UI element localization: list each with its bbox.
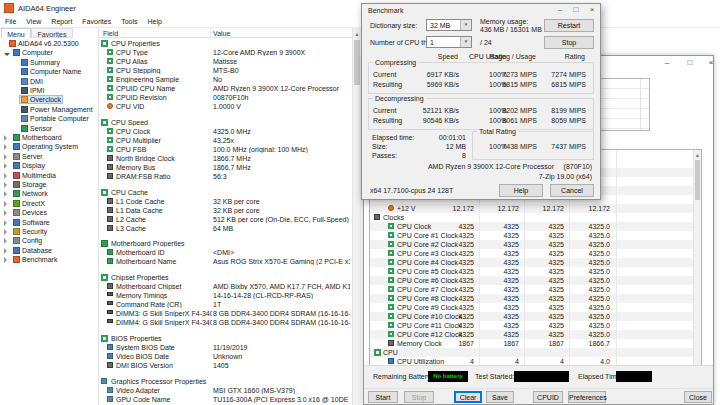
field-row[interactable]: CPU VID1.0000 V	[100, 102, 352, 111]
field-row[interactable]: Video BIOS DateUnknown	[100, 352, 352, 361]
menu-tools[interactable]: Tools	[116, 16, 142, 27]
field-row[interactable]: CPU Type12-Core AMD Ryzen 9 3900X	[100, 48, 352, 57]
preferences-button[interactable]: Preferences	[568, 391, 606, 403]
stability-minimize-icon[interactable]: –	[660, 58, 674, 69]
field-section-row[interactable]: CPU Properties	[100, 39, 352, 48]
menu-file[interactable]: File	[0, 16, 21, 27]
field-row[interactable]: DMI BIOS Version1405	[100, 361, 352, 370]
sensor-scroll-thumb[interactable]	[695, 160, 700, 200]
field-row[interactable]: Command Rate (CR)1T	[100, 300, 352, 309]
chevron-down-icon[interactable]: ▼	[460, 20, 471, 30]
start-button[interactable]: Start	[368, 391, 398, 403]
field-row[interactable]: GPU Code NameTU116-300A (PCI Express 3.0…	[100, 395, 352, 404]
chevron-down-icon[interactable]: ▼	[460, 37, 471, 47]
scroll-thumb[interactable]	[354, 40, 360, 85]
restart-button[interactable]: Restart	[544, 19, 594, 32]
chevron-right-icon[interactable]	[4, 163, 7, 170]
field-row[interactable]: North Bridge Clock1866.7 MHz	[100, 154, 352, 163]
cpuid-button[interactable]: CPUID	[533, 391, 563, 403]
field-row[interactable]: CPUID CPU NameAMD Ryzen 9 3900X 12-Core …	[100, 84, 352, 93]
column-value[interactable]: Value	[213, 30, 230, 37]
chevron-right-icon[interactable]	[4, 135, 7, 142]
sensor-row[interactable]: CPU Core #5 Clock4325432543254325.0	[370, 267, 694, 276]
close-button[interactable]: Close	[684, 391, 712, 403]
field-row[interactable]: Memory Timings14-16-14-28 (CL-RCD-RP-RAS…	[100, 291, 352, 300]
field-row[interactable]: Engineering SampleNo	[100, 75, 352, 84]
clear-button[interactable]: Clear	[454, 391, 482, 403]
field-row[interactable]: DIMM3: G Skill SniperX F4-3400C16-8GSXW8…	[100, 309, 352, 318]
field-row[interactable]: L2 Cache512 KB per core (On-Die, ECC, Fu…	[100, 215, 352, 224]
field-row[interactable]: CPUID Revision00870F10h	[100, 93, 352, 102]
chevron-right-icon[interactable]	[4, 191, 7, 198]
field-row[interactable]: CPU AliasMatisse	[100, 57, 352, 66]
sensor-row[interactable]: CPU Core #10 Clock4325432543254325.0	[370, 312, 694, 321]
field-row[interactable]: CPU Clock4325.0 MHz	[100, 127, 352, 136]
sensor-row[interactable]: CPU Core #8 Clock4325432543254325.0	[370, 294, 694, 303]
sensor-row[interactable]: CPU Core #1 Clock4325432543254325.0	[370, 231, 694, 240]
stability-close-icon[interactable]: ×	[704, 58, 718, 69]
field-section-row[interactable]: CPU Speed	[100, 118, 352, 127]
field-row[interactable]: Motherboard ChipsetAMD Bixby X570, AMD K…	[100, 282, 352, 291]
chevron-right-icon[interactable]	[4, 154, 7, 161]
chevron-right-icon[interactable]	[4, 144, 7, 151]
sensor-row[interactable]: Memory Clock1867186718671866.7	[370, 339, 694, 348]
menu-view[interactable]: View	[21, 16, 46, 27]
chevron-right-icon[interactable]	[4, 257, 7, 264]
dialog-minimize-icon[interactable]: –	[552, 4, 568, 17]
chevron-right-icon[interactable]	[4, 173, 7, 180]
menu-report[interactable]: Report	[46, 16, 77, 27]
field-row[interactable]: Memory Bus1866.7 MHz	[100, 163, 352, 172]
cpu-threads-select[interactable]: 1▼	[426, 36, 472, 48]
main-scrollbar[interactable]: ▲	[352, 28, 361, 405]
field-row[interactable]: CPU FSB100.0 MHz (original: 100 MHz)	[100, 145, 352, 154]
column-field[interactable]: Field	[103, 30, 118, 37]
chevron-right-icon[interactable]	[4, 201, 7, 208]
sensor-row[interactable]: CPU Core #11 Clock4325432543254325.0	[370, 321, 694, 330]
sensor-row[interactable]: CPU Core #12 Clock4325432543254325.0	[370, 330, 694, 339]
chevron-right-icon[interactable]	[4, 220, 7, 227]
sensor-row[interactable]: CPU Core #2 Clock4325432543254325.0	[370, 240, 694, 249]
dictionary-size-select[interactable]: 32 MB▼	[426, 19, 472, 31]
field-row[interactable]: L3 Cache64 MB	[100, 224, 352, 233]
dialog-close-icon[interactable]: ×	[584, 4, 600, 17]
dialog-maximize-icon[interactable]: □	[568, 4, 584, 17]
sidebar-item-benchmark[interactable]: Benchmark	[0, 255, 99, 265]
chevron-right-icon[interactable]	[4, 182, 7, 189]
sensor-row[interactable]: CPU Core #9 Clock4325432543254325.0	[370, 303, 694, 312]
field-row[interactable]: DIMM4: G Skill SniperX F4-3400C16-8GSXW8…	[100, 318, 352, 327]
field-row[interactable]: L1 Code Cache32 KB per core	[100, 197, 352, 206]
field-section-row[interactable]: BIOS Properties	[100, 334, 352, 343]
sensor-row[interactable]: CPU Core #4 Clock4325432543254325.0	[370, 258, 694, 267]
field-row[interactable]: Video AdapterMSI GTX 1660 (MS-V379)	[100, 386, 352, 395]
save-button[interactable]: Save	[486, 391, 514, 403]
tab-favorites[interactable]: Favorites	[31, 28, 73, 38]
tab-menu[interactable]: Menu	[1, 28, 31, 38]
field-section-row[interactable]: Graphics Processor Properties	[100, 377, 352, 386]
sensor-row[interactable]: CPU Core #7 Clock4325432543254325.0	[370, 285, 694, 294]
sensor-row[interactable]: Clocks	[370, 213, 694, 222]
sensor-row[interactable]: +12 V12.17212.17212.17212.172	[370, 204, 694, 213]
sensor-scroll-up-icon[interactable]: ▲	[694, 152, 701, 158]
chevron-right-icon[interactable]	[4, 248, 7, 255]
sensor-scrollbar[interactable]: ▲	[693, 150, 701, 365]
field-section-row[interactable]: Motherboard Properties	[100, 239, 352, 248]
sensor-row[interactable]: CPU Core #6 Clock4325432543254325.0	[370, 276, 694, 285]
field-row[interactable]: Motherboard ID<DMI>	[100, 248, 352, 257]
menu-favorites[interactable]: Favorites	[77, 16, 116, 27]
field-section-row[interactable]: CPU Cache	[100, 188, 352, 197]
field-row[interactable]: CPU SteppingMTS-B0	[100, 66, 352, 75]
field-row[interactable]: L1 Data Cache32 KB per core	[100, 206, 352, 215]
stability-maximize-icon[interactable]: □	[683, 58, 697, 69]
help-button[interactable]: Help	[499, 184, 543, 197]
field-section-row[interactable]: Chipset Properties	[100, 273, 352, 282]
sensor-row[interactable]: CPU Core #3 Clock4325432543254325.0	[370, 249, 694, 258]
field-row[interactable]: System BIOS Date11/19/2019	[100, 343, 352, 352]
sensor-row[interactable]: CPU Clock4325432543254325.0	[370, 222, 694, 231]
field-row[interactable]: DRAM:FSB Ratio56:3	[100, 172, 352, 181]
field-row[interactable]: CPU Multiplier43.25x	[100, 136, 352, 145]
chevron-right-icon[interactable]	[4, 238, 7, 245]
menu-help[interactable]: Help	[142, 16, 166, 27]
sensor-row[interactable]: CPU	[370, 348, 694, 357]
cancel-button[interactable]: Cancel	[550, 184, 594, 197]
field-row[interactable]: Motherboard NameAsus ROG Strix X570-E Ga…	[100, 257, 352, 266]
